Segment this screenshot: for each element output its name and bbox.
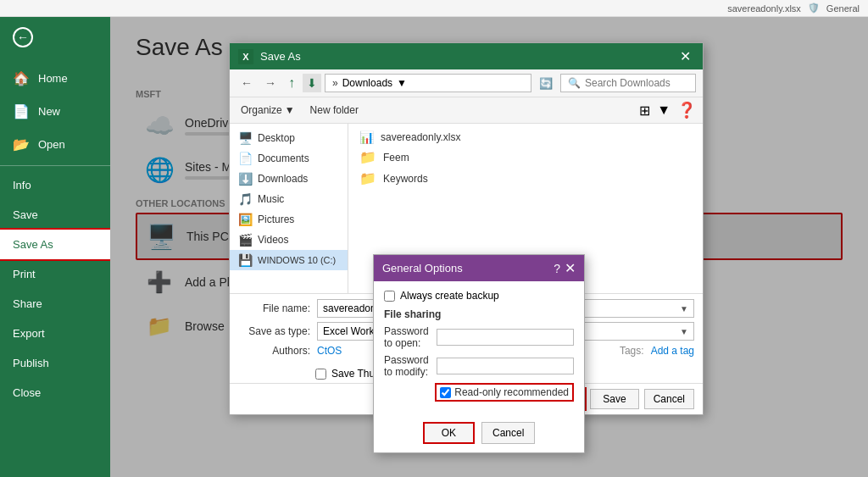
thumbnail-checkbox[interactable] xyxy=(315,369,326,380)
videos-icon: 🎬 xyxy=(238,233,253,247)
home-icon: 🏠 xyxy=(13,70,30,86)
cancel-button[interactable]: Cancel xyxy=(644,389,694,409)
top-general: General xyxy=(826,3,860,14)
nav-up-button[interactable]: ↑ xyxy=(284,73,299,93)
left-item-music[interactable]: 🎵 Music xyxy=(230,189,348,209)
dialog-title: Save As xyxy=(260,50,670,63)
general-options-cancel-button[interactable]: Cancel xyxy=(481,422,535,444)
dialog-action-bar: Organize ▼ New folder ⊞ ▼ ❓ xyxy=(230,97,703,124)
search-input[interactable] xyxy=(585,77,687,89)
view-dropdown-button[interactable]: ▼ xyxy=(657,103,670,118)
open-icon: 📂 xyxy=(13,136,30,153)
tags-label: Tags: xyxy=(620,345,644,357)
pictures-icon: 🖼️ xyxy=(238,213,253,226)
windows10-icon: 💾 xyxy=(238,253,253,267)
left-item-downloads[interactable]: ⬇️ Downloads xyxy=(230,169,348,189)
path-bar: » Downloads ▼ xyxy=(325,74,531,92)
sidebar-item-saveas[interactable]: Save As xyxy=(0,230,110,259)
path-dropdown-arrow: ▼ xyxy=(397,77,407,89)
filename-dropdown-icon: ▼ xyxy=(680,304,688,313)
left-item-desktop[interactable]: 🖥️ Desktop xyxy=(230,128,348,148)
back-button[interactable]: ← xyxy=(0,17,110,58)
sidebar-item-home[interactable]: 🏠 Home xyxy=(0,62,110,95)
sidebar-item-close[interactable]: Close xyxy=(0,378,110,408)
excel-dialog-icon: X xyxy=(238,49,253,64)
left-item-windows10[interactable]: 💾 WINDOWS 10 (C:) xyxy=(230,250,348,270)
refresh-button[interactable]: 🔄 xyxy=(535,75,557,92)
downloads-icon: ⬇️ xyxy=(238,172,253,186)
file-item-xlsx[interactable]: 📊 savereadonly.xlsx xyxy=(355,128,696,147)
sidebar-item-publish[interactable]: Publish xyxy=(0,348,110,378)
view-toggle-button[interactable]: ⊞ xyxy=(639,103,650,119)
new-folder-button[interactable]: New folder xyxy=(306,103,363,118)
path-breadcrumb: Downloads xyxy=(342,77,392,89)
sidebar-item-print[interactable]: Print xyxy=(0,259,110,289)
left-item-documents[interactable]: 📄 Documents xyxy=(230,148,348,169)
dialog-titlebar: X Save As ✕ xyxy=(230,43,703,69)
top-filename: savereadonly.xlsx xyxy=(727,3,801,14)
sidebar-item-export[interactable]: Export xyxy=(0,319,110,348)
always-backup-label: Always create backup xyxy=(400,290,499,302)
dialog-toolbar: ← → ↑ ⬇ » Downloads ▼ 🔄 🔍 xyxy=(230,69,703,97)
general-options-body: Always create backup File sharing Passwo… xyxy=(374,281,584,417)
keywords-folder-icon: 📁 xyxy=(359,170,376,186)
savetype-label: Save as type: xyxy=(238,325,310,337)
save-button[interactable]: Save xyxy=(590,389,638,409)
sidebar-item-save[interactable]: Save xyxy=(0,200,110,230)
nav-back-button[interactable]: ← xyxy=(236,74,257,92)
feem-folder-icon: 📁 xyxy=(359,149,376,165)
read-only-checkbox[interactable] xyxy=(440,387,451,398)
search-box: 🔍 xyxy=(560,74,696,92)
top-shield-icon: 🛡️ xyxy=(808,3,820,14)
file-item-feem[interactable]: 📁 Feem xyxy=(355,147,696,168)
organize-dropdown-icon: ▼ xyxy=(285,104,295,116)
excel-file-icon: 📊 xyxy=(359,130,374,144)
sidebar: ← 🏠 Home 📄 New 📂 Open Info Save xyxy=(0,17,110,477)
left-item-videos[interactable]: 🎬 Videos xyxy=(230,230,348,250)
authors-label: Authors: xyxy=(238,345,310,357)
main-content: Save As MSFT ☁️ OneDrive - MSFT 🌐 Sites … xyxy=(110,17,868,477)
left-panel: 🖥️ Desktop 📄 Documents ⬇️ Downloads 🎵 Mu… xyxy=(230,124,348,293)
password-modify-input[interactable] xyxy=(437,358,574,374)
always-backup-checkbox[interactable] xyxy=(384,291,395,302)
desktop-icon: 🖥️ xyxy=(238,131,253,145)
nav-forward-button[interactable]: → xyxy=(260,74,281,92)
sidebar-item-open[interactable]: 📂 Open xyxy=(0,128,110,161)
general-options-dialog: General Options ? ✕ Always create backup… xyxy=(373,254,585,453)
authors-value[interactable]: CtOS xyxy=(317,345,342,357)
path-separator: » xyxy=(332,77,338,89)
sidebar-item-new[interactable]: 📄 New xyxy=(0,95,110,128)
left-item-pictures[interactable]: 🖼️ Pictures xyxy=(230,209,348,230)
general-options-close-button[interactable]: ✕ xyxy=(565,260,576,276)
password-open-input[interactable] xyxy=(437,329,574,346)
sidebar-item-info[interactable]: Info xyxy=(0,170,110,200)
sidebar-item-share[interactable]: Share xyxy=(0,289,110,319)
password-open-label: Password to open: xyxy=(384,325,431,349)
add-tag-link[interactable]: Add a tag xyxy=(651,345,694,357)
music-icon: 🎵 xyxy=(238,192,253,206)
new-icon: 📄 xyxy=(13,103,30,119)
nav-down-button[interactable]: ⬇ xyxy=(303,74,321,92)
search-icon: 🔍 xyxy=(568,77,581,89)
general-options-help-button[interactable]: ? xyxy=(554,262,560,275)
back-circle-icon: ← xyxy=(13,27,33,47)
general-options-footer: OK Cancel xyxy=(374,417,584,452)
general-options-title: General Options xyxy=(382,262,549,275)
file-sharing-label: File sharing xyxy=(384,308,574,320)
general-options-ok-button[interactable]: OK xyxy=(423,422,475,444)
savetype-dropdown-icon: ▼ xyxy=(680,327,688,336)
file-item-keywords[interactable]: 📁 Keywords xyxy=(355,168,696,189)
filename-label: File name: xyxy=(238,302,310,314)
read-only-label: Read-only recommended xyxy=(454,386,569,398)
documents-icon: 📄 xyxy=(238,152,253,165)
dialog-close-button[interactable]: ✕ xyxy=(676,48,694,64)
organize-button[interactable]: Organize ▼ xyxy=(236,103,299,118)
help-button[interactable]: ❓ xyxy=(677,101,696,119)
password-modify-label: Password to modify: xyxy=(384,354,431,378)
general-options-titlebar: General Options ? ✕ xyxy=(374,255,584,281)
